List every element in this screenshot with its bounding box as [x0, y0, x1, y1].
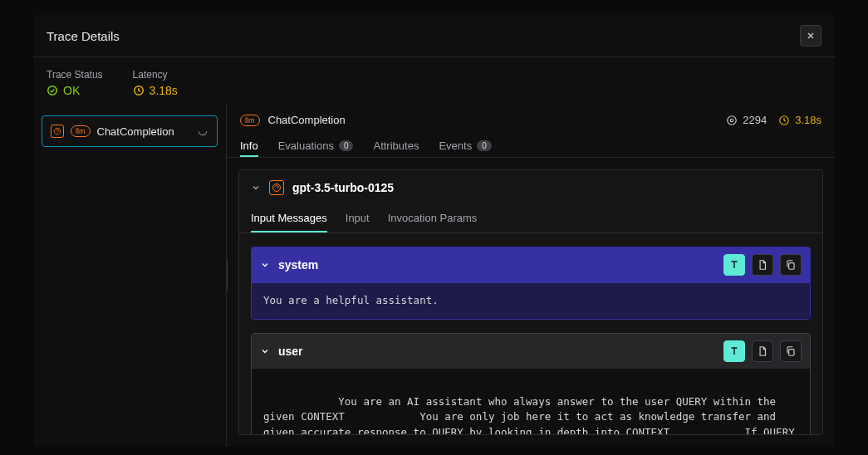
chevron-down-icon[interactable]	[260, 260, 270, 270]
trace-status-value: OK	[47, 84, 103, 97]
message-header: user	[252, 334, 810, 369]
copy-icon	[785, 259, 797, 271]
span-latency: 3.18s	[778, 114, 821, 126]
latency-label: Latency	[133, 69, 178, 81]
modal-title: Trace Details	[47, 29, 120, 43]
resize-handle[interactable]	[226, 260, 228, 291]
svg-point-3	[728, 115, 737, 125]
message-header: system	[252, 247, 810, 282]
chevron-down-icon[interactable]	[260, 346, 270, 356]
tab-attributes[interactable]: Attributes	[373, 135, 419, 157]
svg-point-2	[199, 127, 206, 135]
clock-icon	[133, 85, 145, 96]
message-block-user: user You are an AI assistant who always …	[251, 333, 811, 435]
svg-point-4	[731, 119, 734, 122]
token-count: 2294	[726, 114, 767, 126]
modal-header: Trace Details	[33, 15, 835, 57]
message-role: system	[278, 258, 318, 272]
span-tree-sidebar: llm ChatCompletion	[33, 104, 226, 447]
subtab-input[interactable]: Input	[346, 205, 370, 232]
svg-rect-7	[789, 349, 794, 355]
message-block-system: system You are a helpful assistant.	[251, 247, 811, 320]
span-name: ChatCompletion	[97, 125, 191, 138]
svg-rect-6	[789, 263, 794, 270]
span-kind-pill: llm	[240, 115, 260, 126]
panel-header: gpt-3.5-turbo-0125	[239, 170, 822, 205]
openai-icon	[269, 180, 284, 195]
close-icon	[806, 31, 816, 41]
tab-info[interactable]: Info	[240, 135, 258, 157]
latency-group: Latency 3.18s	[133, 69, 178, 97]
trace-status-label: Trace Status	[47, 69, 103, 81]
file-icon	[757, 259, 768, 271]
token-icon	[726, 115, 738, 126]
close-button[interactable]	[800, 25, 821, 46]
clock-icon	[778, 115, 790, 126]
badge: 0	[339, 140, 354, 151]
copy-button[interactable]	[780, 340, 802, 362]
span-tree-item[interactable]: llm ChatCompletion	[42, 115, 218, 147]
text-icon	[728, 345, 740, 357]
latency-value: 3.18s	[133, 84, 178, 97]
span-header: llm ChatCompletion 2294 3.18s	[227, 104, 835, 126]
span-kind-pill: llm	[71, 125, 91, 137]
trace-status-group: Trace Status OK	[47, 69, 103, 97]
text-view-button[interactable]	[723, 340, 745, 362]
message-content: You are a helpful assistant.	[252, 282, 810, 319]
subtab-input-messages[interactable]: Input Messages	[251, 205, 327, 232]
tab-events[interactable]: Events0	[439, 135, 491, 157]
info-panel: gpt-3.5-turbo-0125 Input Messages Input …	[238, 169, 823, 435]
trace-details-modal: Trace Details Trace Status OK Latency 3.…	[33, 15, 835, 447]
badge: 0	[477, 140, 492, 151]
check-circle-icon	[47, 85, 58, 96]
text-icon	[728, 259, 740, 271]
message-content: You are an AI assistant who always answe…	[252, 369, 810, 435]
span-title: ChatCompletion	[268, 114, 346, 126]
message-tools	[723, 340, 802, 362]
loading-icon	[197, 125, 208, 137]
status-row: Trace Status OK Latency 3.18s	[33, 57, 835, 104]
copy-icon	[785, 345, 797, 357]
text-view-button[interactable]	[723, 254, 745, 276]
file-view-button[interactable]	[752, 254, 773, 276]
openai-icon	[51, 125, 64, 138]
message-tools	[723, 254, 802, 276]
model-name: gpt-3.5-turbo-0125	[292, 181, 394, 194]
tab-evaluations[interactable]: Evaluations0	[278, 135, 354, 157]
chevron-down-icon[interactable]	[251, 183, 261, 193]
file-icon	[757, 345, 768, 357]
span-detail-pane: llm ChatCompletion 2294 3.18s	[226, 104, 835, 447]
copy-button[interactable]	[780, 254, 802, 276]
span-tabs: Info Evaluations0 Attributes Events0	[227, 126, 835, 158]
file-view-button[interactable]	[752, 340, 773, 362]
message-role: user	[278, 345, 303, 358]
subtab-invocation-params[interactable]: Invocation Params	[388, 205, 478, 232]
panel-subtabs: Input Messages Input Invocation Params	[239, 205, 822, 233]
